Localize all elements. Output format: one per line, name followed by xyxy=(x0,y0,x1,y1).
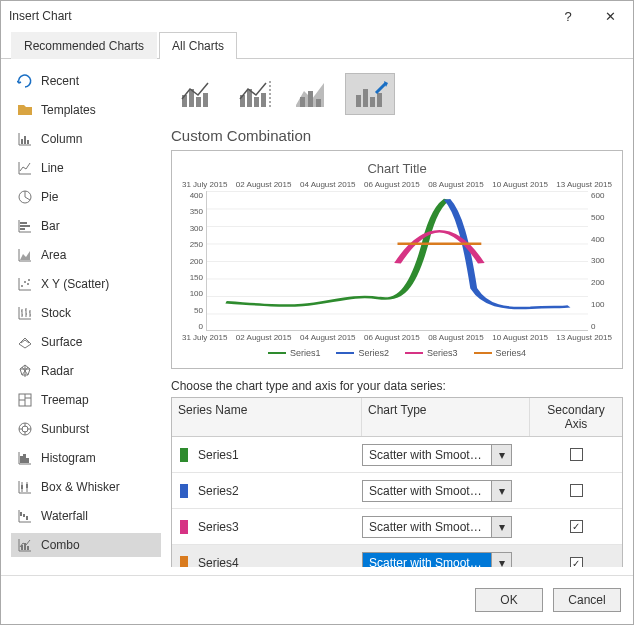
tab-bar: Recommended Charts All Charts xyxy=(1,31,633,59)
stock-icon xyxy=(17,305,33,321)
cancel-button[interactable]: Cancel xyxy=(553,588,621,612)
secondary-axis-checkbox[interactable]: ✓ xyxy=(570,520,583,533)
series-row[interactable]: Series2 Scatter with Smooth ...▾ xyxy=(172,473,622,509)
secondary-axis-checkbox[interactable] xyxy=(570,448,583,461)
svg-rect-35 xyxy=(316,99,321,107)
chevron-down-icon[interactable]: ▾ xyxy=(491,553,511,567)
histogram-icon xyxy=(17,450,33,466)
sidebar-item-label: Radar xyxy=(41,364,74,378)
combo-subtype-row xyxy=(171,69,623,127)
area-icon xyxy=(17,247,33,263)
primary-y-axis: 400350300250200150100500 xyxy=(182,191,206,331)
svg-rect-24 xyxy=(27,546,29,550)
sidebar-item-line[interactable]: Line xyxy=(11,156,161,180)
column-icon xyxy=(17,131,33,147)
combo-subtype-3[interactable] xyxy=(287,73,337,115)
chart-type-dropdown[interactable]: Scatter with Smooth ...▾ xyxy=(362,480,512,502)
section-title: Custom Combination xyxy=(171,127,623,144)
sidebar-item-label: Box & Whisker xyxy=(41,480,120,494)
sidebar-item-bar[interactable]: Bar xyxy=(11,214,161,238)
sidebar-item-treemap[interactable]: Treemap xyxy=(11,388,161,412)
sidebar-item-surface[interactable]: Surface xyxy=(11,330,161,354)
chevron-down-icon[interactable]: ▾ xyxy=(491,481,511,501)
combo-subtype-2[interactable] xyxy=(229,73,279,115)
ok-button[interactable]: OK xyxy=(475,588,543,612)
series-name: Series4 xyxy=(198,556,239,567)
series-name: Series3 xyxy=(198,520,239,534)
sidebar-item-box-whisker[interactable]: Box & Whisker xyxy=(11,475,161,499)
series-swatch xyxy=(180,520,188,534)
svg-rect-34 xyxy=(308,91,313,107)
legend-item: Series3 xyxy=(405,348,458,358)
grid-header: Series Name Chart Type Secondary Axis xyxy=(172,398,622,437)
chart-type-dropdown[interactable]: Scatter with Smooth ...▾ xyxy=(362,516,512,538)
legend-item: Series4 xyxy=(474,348,527,358)
help-button[interactable]: ? xyxy=(553,6,583,26)
combo-icon xyxy=(17,537,33,553)
combo-subtype-custom[interactable] xyxy=(345,73,395,115)
svg-rect-18 xyxy=(26,484,28,488)
chart-type-dropdown[interactable]: Scatter with Smooth ...▾ xyxy=(362,444,512,466)
main-panel: Custom Combination Chart Title 31 July 2… xyxy=(171,69,623,567)
sidebar-item-pie[interactable]: Pie xyxy=(11,185,161,209)
treemap-icon xyxy=(17,392,33,408)
close-button[interactable]: ✕ xyxy=(595,6,625,26)
sidebar-item-stock[interactable]: Stock xyxy=(11,301,161,325)
svg-rect-21 xyxy=(26,516,28,520)
sidebar-item-recent[interactable]: Recent xyxy=(11,69,161,93)
svg-rect-16 xyxy=(26,458,29,463)
series-row[interactable]: Series4 Scatter with Smooth ...▾ ✓ xyxy=(172,545,622,567)
combo-subtype-1[interactable] xyxy=(171,73,221,115)
series-name: Series2 xyxy=(198,484,239,498)
svg-rect-5 xyxy=(20,225,30,227)
window-controls: ? ✕ xyxy=(553,6,625,26)
tab-all-charts[interactable]: All Charts xyxy=(159,32,237,59)
insert-chart-dialog: Insert Chart ? ✕ Recommended Charts All … xyxy=(0,0,634,625)
svg-rect-1 xyxy=(24,136,26,144)
svg-rect-38 xyxy=(370,97,375,107)
top-axis-labels: 31 July 201502 August 201504 August 2015… xyxy=(182,180,612,189)
series-row[interactable]: Series3 Scatter with Smooth ...▾ ✓ xyxy=(172,509,622,545)
svg-rect-39 xyxy=(377,93,382,107)
sidebar-item-sunburst[interactable]: Sunburst xyxy=(11,417,161,441)
sidebar-item-waterfall[interactable]: Waterfall xyxy=(11,504,161,528)
sidebar-item-combo[interactable]: Combo xyxy=(11,533,161,557)
legend-item: Series2 xyxy=(336,348,389,358)
legend-item: Series1 xyxy=(268,348,321,358)
dialog-title: Insert Chart xyxy=(9,9,72,23)
series-swatch xyxy=(180,448,188,462)
sidebar-item-label: Stock xyxy=(41,306,71,320)
secondary-axis-checkbox[interactable] xyxy=(570,484,583,497)
sidebar-item-column[interactable]: Column xyxy=(11,127,161,151)
svg-rect-20 xyxy=(23,514,25,517)
series-swatch xyxy=(180,556,188,567)
legend-swatch xyxy=(405,352,423,354)
svg-rect-32 xyxy=(261,93,266,107)
chevron-down-icon[interactable]: ▾ xyxy=(491,517,511,537)
secondary-y-axis: 6005004003002001000 xyxy=(588,191,612,331)
sidebar-item-area[interactable]: Area xyxy=(11,243,161,267)
sidebar-item-templates[interactable]: Templates xyxy=(11,98,161,122)
chart-type-dropdown[interactable]: Scatter with Smooth ...▾ xyxy=(362,552,512,567)
svg-point-8 xyxy=(24,281,26,283)
svg-rect-6 xyxy=(20,228,25,230)
sidebar-item-label: Column xyxy=(41,132,82,146)
secondary-axis-checkbox[interactable]: ✓ xyxy=(570,557,583,568)
svg-point-10 xyxy=(28,279,30,281)
sidebar-item-scatter[interactable]: X Y (Scatter) xyxy=(11,272,161,296)
svg-rect-0 xyxy=(21,139,23,144)
svg-rect-17 xyxy=(21,485,23,489)
sidebar-item-histogram[interactable]: Histogram xyxy=(11,446,161,470)
sidebar-item-radar[interactable]: Radar xyxy=(11,359,161,383)
dialog-body: Recent Templates Column Line Pie Bar Are… xyxy=(1,59,633,567)
sidebar-item-label: Waterfall xyxy=(41,509,88,523)
sidebar-item-label: Histogram xyxy=(41,451,96,465)
series-row[interactable]: Series1 Scatter with Smooth ...▾ xyxy=(172,437,622,473)
box-whisker-icon xyxy=(17,479,33,495)
svg-rect-15 xyxy=(23,454,26,463)
tab-recommended-charts[interactable]: Recommended Charts xyxy=(11,32,157,59)
chevron-down-icon[interactable]: ▾ xyxy=(491,445,511,465)
instruction-text: Choose the chart type and axis for your … xyxy=(171,379,623,393)
plot: 400350300250200150100500 600500400300200… xyxy=(182,191,612,331)
sidebar-item-label: Recent xyxy=(41,74,79,88)
